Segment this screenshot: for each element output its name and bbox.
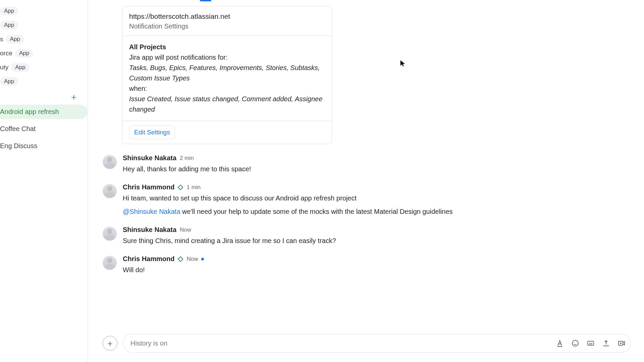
- notif-subtitle: Notification Settings: [129, 22, 325, 30]
- plus-icon: ＋: [106, 338, 114, 349]
- svg-text:GIF: GIF: [589, 343, 593, 345]
- app-pill: App: [0, 77, 18, 86]
- message-text: Will do!: [123, 265, 631, 275]
- space-item[interactable]: Android app refresh: [0, 105, 88, 119]
- mention[interactable]: @Shinsuke Nakata: [123, 208, 180, 215]
- svg-point-4: [576, 342, 577, 343]
- message-list: Shinsuke Nakata2 minHey all, thanks for …: [103, 154, 631, 275]
- message-body: Shinsuke Nakata2 minHey all, thanks for …: [123, 154, 631, 174]
- verified-diamond-icon: [178, 256, 183, 262]
- message-sender: Shinsuke Nakata: [123, 226, 176, 234]
- app-pill: App: [6, 35, 24, 44]
- notif-types: Tasks, Bugs, Epics, Features, Improvemen…: [129, 63, 325, 83]
- message-time: Now: [186, 256, 198, 262]
- active-tab-indicator: [200, 0, 211, 1]
- video-add-icon[interactable]: [618, 339, 626, 347]
- sidebar-app-item[interactable]: sApp: [0, 35, 88, 44]
- message-header: Chris Hammond1 min: [123, 183, 631, 191]
- app-pill: App: [0, 21, 18, 29]
- gif-icon[interactable]: GIF: [587, 339, 595, 347]
- sidebar-app-fragment: orce: [0, 50, 12, 57]
- add-space-icon[interactable]: ＋: [69, 93, 78, 101]
- verified-diamond-icon: [178, 185, 183, 190]
- message-sender: Shinsuke Nakata: [123, 154, 176, 162]
- avatar[interactable]: [103, 256, 117, 270]
- message: Chris Hammond1 minHi team, wanted to set…: [103, 183, 631, 217]
- svg-point-2: [572, 340, 578, 346]
- sidebar-app-item[interactable]: App: [0, 77, 88, 86]
- app-pill: App: [0, 7, 18, 15]
- notif-section-title: All Projects: [129, 42, 325, 52]
- message: Shinsuke NakataNowSure thing Chris, mind…: [103, 226, 631, 246]
- avatar[interactable]: [103, 155, 117, 169]
- notif-card-header: https://botterscotch.atlassian.net Notif…: [122, 6, 332, 36]
- message: Shinsuke Nakata2 minHey all, thanks for …: [103, 154, 631, 174]
- compose-add-button[interactable]: ＋: [103, 336, 117, 351]
- format-icon[interactable]: [556, 339, 564, 347]
- emoji-icon[interactable]: [571, 339, 579, 347]
- svg-rect-1: [178, 256, 183, 261]
- upload-icon[interactable]: [602, 339, 610, 347]
- message-header: Shinsuke NakataNow: [123, 226, 631, 234]
- svg-rect-0: [178, 185, 183, 189]
- notif-triggers: Issue Created, Issue status changed, Com…: [129, 94, 325, 115]
- message-sender: Chris Hammond: [123, 255, 174, 263]
- sidebar-apps-list: AppAppsApporceApputyAppApp: [0, 7, 88, 86]
- message: Chris HammondNowWill do!: [103, 255, 631, 275]
- notif-card-body: All Projects Jira app will post notifica…: [122, 36, 332, 121]
- notification-settings-card: https://botterscotch.atlassian.net Notif…: [122, 6, 332, 144]
- edit-settings-button[interactable]: Edit Settings: [129, 126, 175, 139]
- svg-point-3: [574, 342, 575, 343]
- notif-url: https://botterscotch.atlassian.net: [129, 12, 325, 20]
- sidebar-app-item[interactable]: orceApp: [0, 49, 88, 58]
- compose-icons: GIF: [556, 339, 626, 347]
- message-time: 2 min: [180, 155, 194, 162]
- content-scroll: https://botterscotch.atlassian.net Notif…: [103, 0, 631, 329]
- message-header: Shinsuke Nakata2 min: [123, 154, 631, 162]
- message-body: Shinsuke NakataNowSure thing Chris, mind…: [123, 226, 631, 246]
- message-body: Chris Hammond1 minHi team, wanted to set…: [123, 183, 631, 217]
- message-text: @Shinsuke Nakata we'll need your help to…: [123, 206, 631, 217]
- main-pane: https://botterscotch.atlassian.net Notif…: [88, 0, 644, 362]
- message-body: Chris HammondNowWill do!: [123, 255, 631, 275]
- message-sender: Chris Hammond: [123, 183, 174, 191]
- message-time: Now: [180, 227, 191, 233]
- unread-dot-icon: [201, 258, 204, 260]
- avatar[interactable]: [103, 227, 117, 241]
- space-item[interactable]: Eng Discuss: [0, 139, 88, 153]
- notif-when-label: when:: [129, 83, 325, 94]
- compose-input[interactable]: [130, 340, 551, 347]
- message-text: Sure thing Chris, mind creating a Jira i…: [123, 236, 631, 246]
- space-item[interactable]: Coffee Chat: [0, 122, 88, 136]
- composer-row: ＋ GIF: [103, 329, 631, 362]
- sidebar-app-item[interactable]: App: [0, 7, 88, 15]
- message-text: Hey all, thanks for adding me to this sp…: [123, 164, 631, 174]
- app-pill: App: [15, 49, 33, 58]
- sidebar-app-item[interactable]: utyApp: [0, 63, 88, 72]
- message-time: 1 min: [186, 184, 201, 191]
- sidebar-app-fragment: uty: [0, 64, 8, 71]
- compose-input-container: GIF: [123, 334, 631, 353]
- sidebar: AppAppsApporceApputyAppApp ＋ Android app…: [0, 0, 88, 362]
- sidebar-add-row: ＋: [0, 93, 88, 101]
- notif-line1: Jira app will post notifications for:: [129, 52, 325, 63]
- sidebar-app-item[interactable]: App: [0, 21, 88, 29]
- sidebar-spaces-list: Android app refresh Coffee Chat Eng Disc…: [0, 105, 88, 153]
- message-text: Hi team, wanted to set up this space to …: [123, 193, 631, 203]
- app-pill: App: [11, 63, 29, 72]
- notif-card-footer: Edit Settings: [122, 121, 332, 144]
- avatar[interactable]: [103, 184, 117, 198]
- sidebar-app-fragment: s: [0, 36, 3, 43]
- message-header: Chris HammondNow: [123, 255, 631, 263]
